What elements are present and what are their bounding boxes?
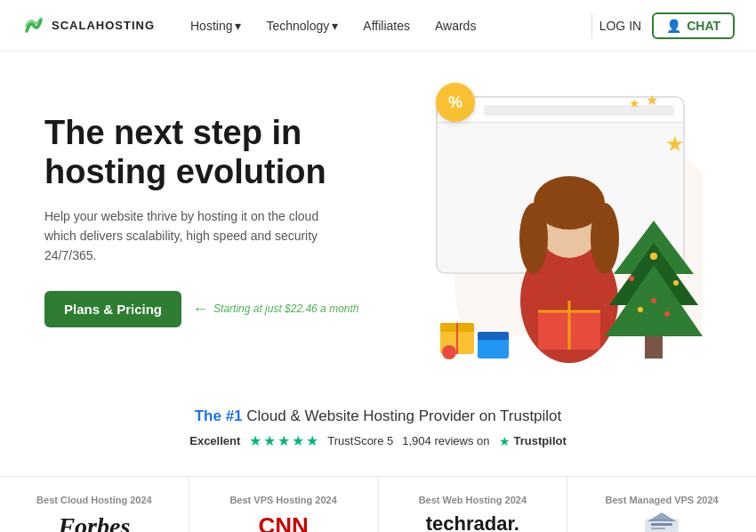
star-2: ★ (263, 432, 276, 449)
logo[interactable]: SCALAHOSTING (21, 13, 155, 38)
cnn-brand: CNN (258, 512, 308, 532)
gifts-illustration (440, 301, 511, 363)
nav-hosting[interactable]: Hosting ▾ (190, 19, 241, 33)
star-5: ★ (306, 432, 318, 449)
nav-technology[interactable]: Technology ▾ (266, 19, 338, 33)
award-hosting-year: Best Managed VPS 2024 (606, 495, 719, 505)
christmas-tree-illustration (605, 212, 703, 363)
star-decoration-2: ★ (665, 132, 685, 157)
star-3: ★ (277, 432, 290, 449)
award-techradar-year: Best Web Hosting 2024 (419, 495, 527, 505)
hero-cta-row: Plans & Pricing ← Starting at just $22.4… (44, 291, 382, 327)
chat-button[interactable]: 👤 CHAT (652, 12, 735, 39)
hero-section: The next step in hosting evolution Help … (0, 52, 756, 381)
hero-illustration: % (382, 78, 712, 363)
hero-title: The next step in hosting evolution (44, 114, 382, 191)
nav-affiliates[interactable]: Affiliates (363, 19, 410, 33)
login-button[interactable]: LOG IN (599, 19, 641, 33)
trust-headline: The #1 Cloud & Website Hosting Provider … (18, 407, 738, 425)
nav-divider (591, 13, 592, 38)
forbes-brand: Forbes (58, 512, 130, 532)
star-decoration-1: ★ (646, 92, 658, 109)
hosting-advice-icon (644, 512, 680, 532)
plans-pricing-button[interactable]: Plans & Pricing (44, 291, 181, 327)
discount-badge: % (436, 83, 475, 122)
award-cnn-year: Best VPS Hosting 2024 (229, 495, 336, 505)
awards-section: Best Cloud Hosting 2024 Forbes Best VPS … (0, 476, 756, 532)
person-icon: 👤 (666, 19, 681, 33)
hero-arrow-label: ← Starting at just $22.46 a month (192, 300, 358, 318)
award-forbes: Best Cloud Hosting 2024 Forbes (0, 477, 189, 532)
trustpilot-star-icon: ★ (499, 434, 511, 448)
svg-point-5 (519, 203, 548, 274)
nav-right: LOG IN 👤 CHAT (599, 12, 735, 39)
nav-links: Hosting ▾ Technology ▾ Affiliates Awards (190, 19, 584, 33)
chevron-down-icon: ▾ (235, 19, 241, 33)
scala-logo-icon (21, 13, 46, 38)
nav-awards[interactable]: Awards (435, 19, 476, 33)
svg-rect-25 (478, 332, 509, 340)
star-decoration-3: ★ (629, 96, 640, 110)
award-forbes-year: Best Cloud Hosting 2024 (36, 495, 152, 505)
svg-rect-29 (651, 528, 665, 529)
trustpilot-stars: ★ ★ ★ ★ ★ (249, 432, 318, 449)
trust-score-row: Excellent ★ ★ ★ ★ ★ TrustScore 5 1,904 r… (18, 432, 738, 449)
award-techradar: Best Web Hosting 2024 techradar. (379, 477, 568, 532)
award-hosting-advice: Best Managed VPS 2024 HostingAdvice.com (567, 477, 756, 532)
star-1: ★ (249, 432, 261, 449)
svg-point-20 (651, 298, 656, 303)
hero-content: The next step in hosting evolution Help … (44, 114, 382, 327)
navbar: SCALAHOSTING Hosting ▾ Technology ▾ Affi… (0, 0, 756, 52)
svg-point-19 (664, 311, 670, 317)
techradar-brand: techradar. (426, 512, 519, 532)
hosting-advice-logo: HostingAdvice.com (624, 512, 699, 532)
star-4: ★ (292, 432, 304, 449)
hero-subtitle: Help your website thrive by hosting it o… (44, 206, 329, 266)
arrow-left-icon: ← (192, 300, 208, 318)
svg-point-17 (673, 280, 679, 286)
svg-point-26 (442, 345, 456, 359)
svg-rect-14 (645, 336, 663, 359)
svg-point-15 (650, 253, 657, 260)
award-cnn: Best VPS Hosting 2024 CNN (189, 477, 379, 532)
svg-marker-30 (647, 512, 676, 521)
chevron-down-icon: ▾ (332, 19, 338, 33)
logo-text: SCALAHOSTING (52, 19, 155, 32)
svg-point-18 (638, 307, 643, 312)
trustpilot-logo: ★ Trustpilot (499, 434, 567, 448)
svg-rect-28 (651, 523, 672, 526)
svg-point-16 (629, 276, 634, 281)
trustpilot-section: The #1 Cloud & Website Hosting Provider … (0, 381, 756, 467)
